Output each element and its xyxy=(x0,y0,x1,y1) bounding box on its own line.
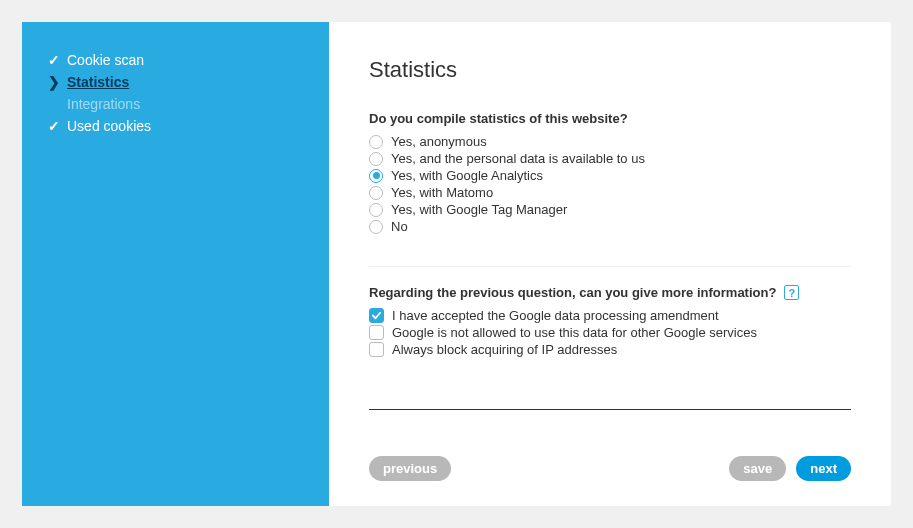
checkbox-icon xyxy=(369,342,384,357)
option-label: Yes, and the personal data is available … xyxy=(391,151,645,166)
checkbox-icon xyxy=(369,308,384,323)
sidebar-item-statistics[interactable]: ❯ Statistics xyxy=(47,74,304,90)
option-label: No xyxy=(391,219,408,234)
radio-icon xyxy=(369,135,383,149)
option-label: Yes, with Google Analytics xyxy=(391,168,543,183)
radio-icon xyxy=(369,186,383,200)
radio-no[interactable]: No xyxy=(369,219,851,234)
option-label: Yes, anonymous xyxy=(391,134,487,149)
question-1-options: Yes, anonymous Yes, and the personal dat… xyxy=(369,134,851,236)
next-button[interactable]: next xyxy=(796,456,851,481)
divider xyxy=(369,266,851,267)
checkbox-block-ip[interactable]: Always block acquiring of IP addresses xyxy=(369,342,851,357)
option-label: I have accepted the Google data processi… xyxy=(392,308,719,323)
option-label: Google is not allowed to use this data f… xyxy=(392,325,757,340)
wizard-main: Statistics Do you compile statistics of … xyxy=(329,22,891,506)
option-label: Yes, with Google Tag Manager xyxy=(391,202,567,217)
option-label: Yes, with Matomo xyxy=(391,185,493,200)
help-icon[interactable]: ? xyxy=(784,285,799,300)
divider xyxy=(369,409,851,410)
sidebar-item-cookie-scan[interactable]: ✓ Cookie scan xyxy=(47,52,304,68)
checkbox-google-not-allowed[interactable]: Google is not allowed to use this data f… xyxy=(369,325,851,340)
chevron-right-icon: ❯ xyxy=(47,74,61,90)
option-label: Always block acquiring of IP addresses xyxy=(392,342,617,357)
radio-icon xyxy=(369,169,383,183)
check-icon: ✓ xyxy=(47,118,61,134)
sidebar-item-label: Used cookies xyxy=(67,118,151,134)
previous-button[interactable]: previous xyxy=(369,456,451,481)
wizard-container: ✓ Cookie scan ❯ Statistics Integrations … xyxy=(22,22,891,506)
save-button[interactable]: save xyxy=(729,456,786,481)
question-1-label: Do you compile statistics of this websit… xyxy=(369,111,851,126)
sidebar-item-integrations[interactable]: Integrations xyxy=(47,96,304,112)
footer-right: save next xyxy=(729,456,851,481)
radio-yes-google-analytics[interactable]: Yes, with Google Analytics xyxy=(369,168,851,183)
radio-icon xyxy=(369,152,383,166)
sidebar-item-label: Statistics xyxy=(67,74,129,90)
wizard-sidebar: ✓ Cookie scan ❯ Statistics Integrations … xyxy=(22,22,329,506)
radio-yes-gtm[interactable]: Yes, with Google Tag Manager xyxy=(369,202,851,217)
radio-yes-personal-data[interactable]: Yes, and the personal data is available … xyxy=(369,151,851,166)
radio-yes-anonymous[interactable]: Yes, anonymous xyxy=(369,134,851,149)
wizard-footer: previous save next xyxy=(369,436,851,481)
question-2-label: Regarding the previous question, can you… xyxy=(369,285,851,300)
radio-yes-matomo[interactable]: Yes, with Matomo xyxy=(369,185,851,200)
page-title: Statistics xyxy=(369,57,851,83)
sidebar-item-label: Cookie scan xyxy=(67,52,144,68)
question-2-options: I have accepted the Google data processi… xyxy=(369,308,851,359)
radio-icon xyxy=(369,203,383,217)
sidebar-item-label: Integrations xyxy=(67,96,140,112)
checkbox-icon xyxy=(369,325,384,340)
checkbox-accepted-amendment[interactable]: I have accepted the Google data processi… xyxy=(369,308,851,323)
sidebar-item-used-cookies[interactable]: ✓ Used cookies xyxy=(47,118,304,134)
check-icon: ✓ xyxy=(47,52,61,68)
radio-icon xyxy=(369,220,383,234)
